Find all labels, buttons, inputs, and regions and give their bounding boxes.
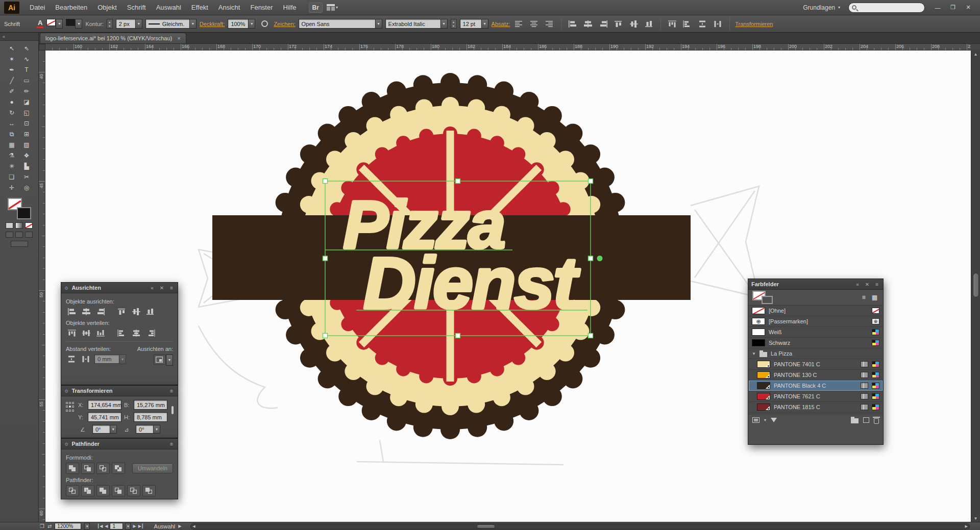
constrain-proportions-icon[interactable] [172,406,174,414]
paintbrush-tool[interactable]: ✐ [5,86,19,96]
swatch-row[interactable]: ⊕[Passermarken]⊕ [749,316,883,327]
panel-menu-icon[interactable]: ≡ [168,441,175,447]
expand-button[interactable]: Umwandeln [132,463,173,473]
folder-caret-icon[interactable]: ▼ [752,351,756,356]
show-swatch-kinds-icon[interactable] [771,418,777,422]
hand-tool[interactable]: ✛ [5,182,19,193]
align-hcenter-button[interactable] [80,307,92,317]
first-artboard-button[interactable]: ┃◀ [97,524,103,528]
font-size-stepper[interactable]: ▴ ▾ [451,19,457,29]
distribute-bottom-button[interactable] [94,328,107,338]
last-artboard-button[interactable]: ▶┃ [138,524,144,528]
document-tab[interactable]: logo-lieferservice.ai* bei 1200 % (CMYK/… [40,33,186,43]
list-view-button[interactable]: ≡ [861,294,867,301]
align-panel-title[interactable]: Ausrichten [71,285,101,291]
divide-button[interactable] [66,485,79,496]
swatch-row[interactable]: PANTONE 1815 C [749,402,883,413]
distribute-hcenter-button[interactable] [130,328,142,338]
blend-tool[interactable]: ❖ [19,150,34,161]
fill-color-control[interactable]: ▾ [46,19,63,29]
new-swatch-icon[interactable] [863,417,869,423]
intersect-button[interactable] [96,463,110,474]
opacity-combo[interactable]: 100% ▾ [228,19,255,29]
swatch-row[interactable]: PANTONE 7621 C [749,391,883,402]
lasso-tool[interactable]: ∿ [19,54,34,64]
artboard-dropdown-icon[interactable]: ▾ [125,523,131,529]
cb-align-hcenter-button[interactable] [582,19,594,29]
handle-top-right[interactable] [589,179,593,184]
cb-space-horizontal-button[interactable] [712,19,724,29]
menu-ansicht[interactable]: Ansicht [213,0,246,15]
font-style-combo[interactable]: Extrabold Italic ▾ [385,19,448,29]
font-style-value[interactable]: Extrabold Italic [385,19,440,29]
stroke-proxy-swatch[interactable] [17,207,31,219]
align-bottom-button[interactable] [144,307,157,317]
menu-bearbeiten[interactable]: Bearbeiten [50,0,92,15]
deckkraft-link[interactable]: Deckkraft: [200,21,225,27]
toolbar-collapse-icon[interactable]: « [3,34,5,39]
line-segment-tool[interactable]: ╱ [5,75,19,86]
horizontal-scrollbar[interactable]: ◀ ▶ [190,523,970,529]
character-color-icon[interactable]: A [37,19,43,28]
absatz-link[interactable]: Absatz: [492,21,510,27]
cb-distribute-top-button[interactable] [666,19,678,29]
scroll-up-icon[interactable]: ▲ [971,51,980,58]
rectangle-tool[interactable]: ▭ [19,75,34,86]
artboard-number-field[interactable]: 1 [110,523,123,529]
panel-cycle-icon[interactable]: ≎ [64,441,68,447]
menu-hilfe[interactable]: Hilfe [278,0,302,15]
scale-tool[interactable]: ◱ [19,107,34,118]
perspective-grid-tool[interactable]: ⊞ [19,129,34,139]
magic-wand-tool[interactable]: ✶ [5,54,19,64]
swatch-row[interactable]: PANTONE 7401 C [749,359,883,370]
stroke-color-control[interactable]: ▾ [66,19,82,29]
rotate-combo[interactable]: 0° ▾ [92,425,117,435]
height-value-field[interactable]: 8,785 mm [134,412,167,422]
window-minimize-button[interactable]: — [930,3,945,13]
direct-selection-tool[interactable]: ⇖ [19,43,34,54]
rotate-tool[interactable]: ↻ [5,107,19,118]
stepper-down-icon[interactable]: ▾ [453,24,454,28]
slice-tool[interactable]: ✂ [19,171,34,182]
grid-view-button[interactable]: ▦ [870,294,879,301]
rotate-value[interactable]: 0° [92,425,110,434]
font-family-value[interactable]: Open Sans [299,19,375,29]
search-input[interactable] [859,5,915,11]
artboard-nav-icon[interactable]: ❒ [40,523,44,529]
swatch-row[interactable]: PANTONE Black 4 C [749,381,883,391]
transformieren-link[interactable]: Transformieren [735,21,773,27]
blob-brush-tool[interactable]: ● [5,96,19,107]
menu-auswahl[interactable]: Auswahl [151,0,186,15]
vertical-scrollbar[interactable]: ▲ ▼ [971,51,980,522]
menu-objekt[interactable]: Objekt [92,0,122,15]
reference-point-locator[interactable] [66,402,74,412]
zoom-level-field[interactable]: 1200% [55,523,81,529]
distribute-right-button[interactable] [144,328,157,338]
draw-behind-button[interactable] [15,232,23,238]
y-value-field[interactable]: 45,741 mm [88,412,121,422]
handle-bottom-right[interactable] [589,334,593,338]
screen-mode-button[interactable] [11,241,28,247]
swatch-row[interactable]: PANTONE 130 C [749,370,883,381]
horizontal-scroll-thumb[interactable] [477,524,495,528]
prev-artboard-button[interactable]: ◀ [105,524,108,528]
logo-text-line2[interactable]: Dienst [363,242,580,323]
app-logo-icon[interactable]: Ai [4,2,19,14]
crop-button[interactable] [112,485,125,496]
type-tool[interactable]: T [19,64,34,75]
stepper-down-icon[interactable]: ▾ [109,24,110,28]
swatch-row[interactable]: [Ohne] [749,306,883,316]
color-button[interactable] [6,222,13,229]
eraser-tool[interactable]: ◪ [19,96,34,107]
menu-effekt[interactable]: Effekt [186,0,213,15]
gradient-button[interactable] [15,222,23,229]
status-flyout-icon[interactable]: ▶ [178,524,181,528]
search-box[interactable] [848,3,925,13]
cb-distribute-left-button[interactable] [681,19,694,29]
handle-mid-right[interactable] [589,256,593,261]
panel-menu-icon[interactable]: ≡ [874,282,880,287]
opacity-value[interactable]: 100% [228,19,248,29]
next-artboard-button[interactable]: ▶ [133,524,136,528]
align-paragraph-center-button[interactable] [528,19,541,29]
panel-close-icon[interactable]: ✕ [158,285,165,291]
